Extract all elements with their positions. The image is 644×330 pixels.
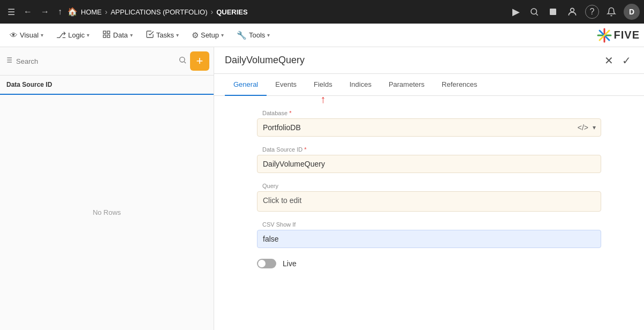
- menu-visual[interactable]: 👁 Visual ▾: [4, 27, 49, 43]
- tab-fields[interactable]: Fields ↑: [305, 74, 341, 96]
- user-icon-btn[interactable]: [565, 4, 580, 19]
- setup-arrow: ▾: [221, 32, 224, 38]
- tasks-icon: [146, 30, 154, 40]
- tab-parameters[interactable]: Parameters: [380, 74, 433, 96]
- live-toggle[interactable]: [257, 259, 276, 268]
- menu-setup[interactable]: ⚙ Setup ▾: [186, 27, 229, 43]
- search-input[interactable]: [16, 57, 175, 65]
- csv-input[interactable]: [257, 230, 601, 248]
- tools-icon: 🔧: [237, 31, 247, 40]
- breadcrumb-sep2: ›: [211, 8, 214, 16]
- queries-label[interactable]: QUERIES: [216, 8, 248, 16]
- five-logo: FIVE: [597, 28, 640, 43]
- svg-rect-7: [108, 35, 110, 38]
- tabs: General Events Fields ↑ Indices Paramete…: [214, 74, 644, 96]
- data-icon: [102, 30, 111, 40]
- close-button[interactable]: ✕: [602, 52, 616, 69]
- form-area: Database * </> ▾ Data Source ID *: [214, 96, 644, 330]
- query-field-group: Query Click to edit: [257, 179, 601, 212]
- main-layout: + Data Source ID No Rows DailyVolumeQuer…: [0, 47, 644, 330]
- breadcrumb-sep1: ›: [105, 8, 108, 16]
- database-code-button[interactable]: </>: [577, 122, 589, 133]
- menu-logic[interactable]: ⎇ Logic ▾: [51, 27, 95, 43]
- database-required: *: [289, 110, 291, 116]
- menu-setup-label: Setup: [201, 31, 219, 39]
- stop-button[interactable]: [547, 5, 559, 18]
- svg-point-3: [571, 8, 574, 12]
- query-label: Query: [257, 179, 601, 190]
- query-input[interactable]: Click to edit: [257, 191, 601, 212]
- no-rows: No Rows: [0, 95, 214, 330]
- svg-point-18: [180, 57, 185, 62]
- menu-data[interactable]: Data ▾: [97, 27, 138, 43]
- top-nav: ☰ ← → ↑ 🏠 HOME › APPLICATIONS (PORTFOLIO…: [0, 0, 644, 24]
- database-field-wrapper: </> ▾: [257, 118, 601, 137]
- csv-field-group: CSV Show If: [257, 218, 601, 248]
- forward-button[interactable]: →: [37, 5, 52, 19]
- column-header: Data Source ID: [0, 76, 214, 95]
- avatar[interactable]: D: [624, 4, 640, 20]
- app-label[interactable]: APPLICATIONS (PORTFOLIO): [111, 8, 208, 16]
- svg-line-19: [184, 62, 186, 63]
- back-button[interactable]: ←: [20, 5, 35, 19]
- svg-rect-4: [103, 31, 106, 34]
- live-row: Live: [257, 254, 601, 273]
- search-submit-button[interactable]: [178, 56, 187, 66]
- visual-icon: 👁: [10, 31, 18, 40]
- database-dropdown-button[interactable]: ▾: [592, 123, 597, 132]
- database-field-group: Database * </> ▾: [257, 107, 601, 137]
- datasource-label: Data Source ID *: [257, 143, 601, 154]
- up-button[interactable]: ↑: [55, 5, 65, 19]
- menu-data-label: Data: [113, 31, 127, 39]
- home-label[interactable]: HOME: [81, 8, 102, 16]
- svg-rect-6: [103, 35, 106, 38]
- menu-tools[interactable]: 🔧 Tools ▾: [231, 27, 275, 43]
- menu-tasks-label: Tasks: [156, 31, 174, 39]
- csv-label: CSV Show If: [257, 218, 601, 229]
- database-field-icons: </> ▾: [577, 122, 597, 133]
- setup-icon: ⚙: [192, 31, 199, 40]
- search-bar: +: [0, 47, 214, 76]
- tasks-arrow: ▾: [176, 32, 179, 38]
- svg-rect-2: [550, 9, 556, 15]
- column-header-label: Data Source ID: [6, 81, 52, 88]
- database-input[interactable]: [257, 118, 601, 137]
- left-panel: + Data Source ID No Rows: [0, 47, 214, 330]
- right-panel: DailyVolumeQuery ✕ ✓ General Events Fiel…: [214, 47, 644, 330]
- svg-line-1: [536, 13, 537, 15]
- help-button[interactable]: ?: [585, 5, 599, 19]
- logo-icon: [597, 28, 612, 43]
- add-button[interactable]: +: [190, 51, 209, 71]
- search-button[interactable]: [527, 5, 541, 19]
- tab-indices[interactable]: Indices: [341, 74, 380, 96]
- confirm-button[interactable]: ✓: [620, 52, 633, 69]
- tab-references[interactable]: References: [433, 74, 486, 96]
- play-button[interactable]: ▶: [510, 4, 522, 20]
- menu-visual-label: Visual: [20, 31, 39, 39]
- menu-tasks[interactable]: Tasks ▾: [140, 27, 184, 43]
- filter-icon: [4, 56, 13, 66]
- visual-arrow: ▾: [41, 32, 43, 38]
- menu-tools-label: Tools: [249, 31, 265, 39]
- menu-button[interactable]: ☰: [4, 5, 18, 19]
- live-label: Live: [283, 259, 297, 268]
- database-label: Database *: [257, 107, 601, 117]
- logic-icon: ⎇: [56, 30, 66, 40]
- menu-logic-label: Logic: [68, 31, 85, 39]
- home-icon: 🏠: [67, 7, 78, 17]
- top-right-icons: ▶ ? D: [510, 4, 640, 20]
- datasource-required: *: [304, 146, 306, 153]
- datasource-input[interactable]: [257, 155, 601, 173]
- breadcrumb: 🏠 HOME › APPLICATIONS (PORTFOLIO) › QUER…: [67, 7, 248, 17]
- tab-events[interactable]: Events: [267, 74, 305, 96]
- logic-arrow: ▾: [87, 32, 89, 38]
- panel-header: DailyVolumeQuery ✕ ✓: [214, 47, 644, 74]
- notifications-button[interactable]: [604, 5, 618, 19]
- menu-bar: 👁 Visual ▾ ⎇ Logic ▾ Data ▾ Tasks ▾ ⚙ Se…: [0, 24, 644, 47]
- no-rows-label: No Rows: [93, 208, 121, 216]
- svg-point-0: [531, 9, 537, 14]
- tab-general[interactable]: General: [225, 74, 267, 96]
- panel-actions: ✕ ✓: [602, 52, 633, 69]
- logo-text: FIVE: [614, 29, 640, 41]
- svg-rect-5: [108, 31, 110, 34]
